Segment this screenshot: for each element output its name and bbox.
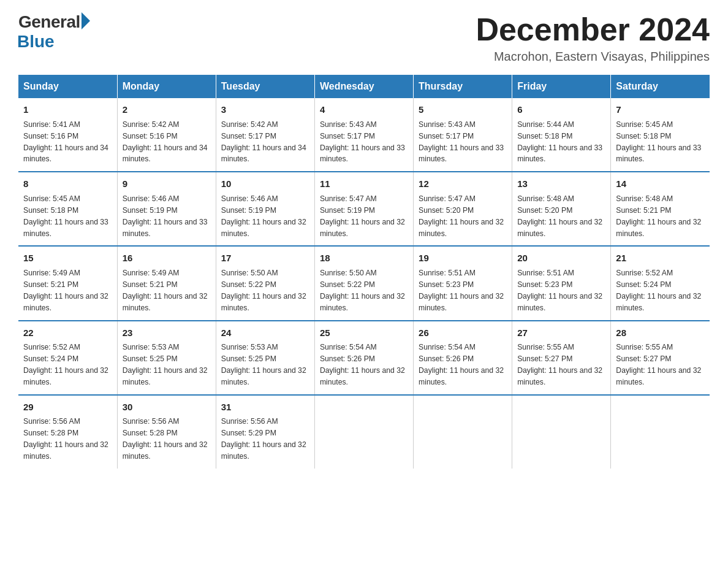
day-info: Sunrise: 5:52 AMSunset: 5:24 PMDaylight:… [616, 267, 705, 314]
day-number: 29 [23, 400, 112, 415]
logo-arrow-icon [82, 12, 90, 29]
day-number: 21 [616, 251, 705, 266]
day-info: Sunrise: 5:45 AMSunset: 5:18 PMDaylight:… [23, 193, 112, 240]
day-info: Sunrise: 5:45 AMSunset: 5:18 PMDaylight:… [616, 119, 705, 166]
day-cell: 23Sunrise: 5:53 AMSunset: 5:25 PMDayligh… [117, 321, 216, 395]
day-info: Sunrise: 5:46 AMSunset: 5:19 PMDaylight:… [221, 193, 309, 240]
day-cell: 16Sunrise: 5:49 AMSunset: 5:21 PMDayligh… [117, 246, 216, 320]
day-cell: 5Sunrise: 5:43 AMSunset: 5:17 PMDaylight… [414, 98, 512, 172]
day-number: 19 [419, 251, 507, 266]
day-number: 16 [123, 251, 211, 266]
day-cell: 28Sunrise: 5:55 AMSunset: 5:27 PMDayligh… [611, 321, 710, 395]
day-info: Sunrise: 5:41 AMSunset: 5:16 PMDaylight:… [23, 119, 112, 166]
day-number: 15 [23, 251, 112, 266]
day-number: 11 [320, 177, 408, 191]
day-cell: 14Sunrise: 5:48 AMSunset: 5:21 PMDayligh… [611, 172, 710, 246]
day-cell: 6Sunrise: 5:44 AMSunset: 5:18 PMDaylight… [512, 98, 611, 172]
logo: General Blue [18, 12, 90, 52]
day-info: Sunrise: 5:54 AMSunset: 5:26 PMDaylight:… [419, 342, 507, 388]
day-info: Sunrise: 5:52 AMSunset: 5:24 PMDaylight:… [23, 342, 112, 388]
day-number: 26 [419, 326, 507, 340]
location-text: Macrohon, Eastern Visayas, Philippines [476, 50, 710, 64]
day-cell: 11Sunrise: 5:47 AMSunset: 5:19 PMDayligh… [314, 172, 413, 246]
day-info: Sunrise: 5:49 AMSunset: 5:21 PMDaylight:… [123, 267, 211, 314]
day-cell: 29Sunrise: 5:56 AMSunset: 5:28 PMDayligh… [18, 395, 117, 469]
day-number: 24 [221, 326, 309, 340]
day-number: 8 [23, 177, 112, 191]
day-cell: 1Sunrise: 5:41 AMSunset: 5:16 PMDaylight… [18, 98, 117, 172]
day-number: 30 [123, 400, 211, 415]
week-row-5: 29Sunrise: 5:56 AMSunset: 5:28 PMDayligh… [18, 395, 710, 469]
day-info: Sunrise: 5:55 AMSunset: 5:27 PMDaylight:… [517, 342, 605, 388]
day-cell: 8Sunrise: 5:45 AMSunset: 5:18 PMDaylight… [18, 172, 117, 246]
day-cell: 17Sunrise: 5:50 AMSunset: 5:22 PMDayligh… [216, 246, 314, 320]
day-cell: 3Sunrise: 5:42 AMSunset: 5:17 PMDaylight… [216, 98, 314, 172]
day-info: Sunrise: 5:50 AMSunset: 5:22 PMDaylight:… [320, 267, 408, 314]
day-info: Sunrise: 5:56 AMSunset: 5:29 PMDaylight:… [221, 416, 309, 462]
title-section: December 2024 Macrohon, Eastern Visayas,… [476, 12, 710, 64]
weekday-header-saturday: Saturday [611, 75, 710, 98]
day-cell [314, 395, 413, 469]
day-info: Sunrise: 5:42 AMSunset: 5:17 PMDaylight:… [221, 119, 309, 166]
day-info: Sunrise: 5:43 AMSunset: 5:17 PMDaylight:… [320, 119, 408, 166]
day-info: Sunrise: 5:47 AMSunset: 5:20 PMDaylight:… [419, 193, 507, 240]
weekday-header-wednesday: Wednesday [314, 75, 413, 98]
day-info: Sunrise: 5:50 AMSunset: 5:22 PMDaylight:… [221, 267, 309, 314]
week-row-2: 8Sunrise: 5:45 AMSunset: 5:18 PMDaylight… [18, 172, 710, 246]
day-number: 18 [320, 251, 408, 266]
day-info: Sunrise: 5:53 AMSunset: 5:25 PMDaylight:… [221, 342, 309, 388]
day-info: Sunrise: 5:53 AMSunset: 5:25 PMDaylight:… [123, 342, 211, 388]
calendar-table: SundayMondayTuesdayWednesdayThursdayFrid… [18, 75, 710, 469]
day-number: 28 [616, 326, 705, 340]
day-cell: 19Sunrise: 5:51 AMSunset: 5:23 PMDayligh… [414, 246, 512, 320]
day-cell: 27Sunrise: 5:55 AMSunset: 5:27 PMDayligh… [512, 321, 611, 395]
week-row-1: 1Sunrise: 5:41 AMSunset: 5:16 PMDaylight… [18, 98, 710, 172]
logo-general-text: General [18, 12, 80, 32]
day-info: Sunrise: 5:56 AMSunset: 5:28 PMDaylight:… [123, 416, 211, 462]
day-cell: 21Sunrise: 5:52 AMSunset: 5:24 PMDayligh… [611, 246, 710, 320]
day-cell: 24Sunrise: 5:53 AMSunset: 5:25 PMDayligh… [216, 321, 314, 395]
day-cell: 22Sunrise: 5:52 AMSunset: 5:24 PMDayligh… [18, 321, 117, 395]
day-info: Sunrise: 5:54 AMSunset: 5:26 PMDaylight:… [320, 342, 408, 388]
day-number: 6 [517, 103, 605, 117]
day-number: 2 [123, 103, 211, 117]
day-cell: 26Sunrise: 5:54 AMSunset: 5:26 PMDayligh… [414, 321, 512, 395]
page-header: General Blue December 2024 Macrohon, Eas… [18, 12, 710, 64]
day-number: 7 [616, 103, 705, 117]
day-cell: 4Sunrise: 5:43 AMSunset: 5:17 PMDaylight… [314, 98, 413, 172]
weekday-header-tuesday: Tuesday [216, 75, 314, 98]
day-number: 27 [517, 326, 605, 340]
day-cell: 2Sunrise: 5:42 AMSunset: 5:16 PMDaylight… [117, 98, 216, 172]
day-info: Sunrise: 5:49 AMSunset: 5:21 PMDaylight:… [23, 267, 112, 314]
day-number: 12 [419, 177, 507, 191]
day-cell: 20Sunrise: 5:51 AMSunset: 5:23 PMDayligh… [512, 246, 611, 320]
day-info: Sunrise: 5:47 AMSunset: 5:19 PMDaylight:… [320, 193, 408, 240]
day-number: 9 [123, 177, 211, 191]
day-info: Sunrise: 5:46 AMSunset: 5:19 PMDaylight:… [123, 193, 211, 240]
day-number: 14 [616, 177, 705, 191]
day-info: Sunrise: 5:56 AMSunset: 5:28 PMDaylight:… [23, 416, 112, 462]
day-info: Sunrise: 5:48 AMSunset: 5:21 PMDaylight:… [616, 193, 705, 240]
day-info: Sunrise: 5:44 AMSunset: 5:18 PMDaylight:… [517, 119, 605, 166]
day-cell: 31Sunrise: 5:56 AMSunset: 5:29 PMDayligh… [216, 395, 314, 469]
day-cell: 18Sunrise: 5:50 AMSunset: 5:22 PMDayligh… [314, 246, 413, 320]
day-info: Sunrise: 5:48 AMSunset: 5:20 PMDaylight:… [517, 193, 605, 240]
month-year-title: December 2024 [476, 12, 710, 47]
day-info: Sunrise: 5:51 AMSunset: 5:23 PMDaylight:… [517, 267, 605, 314]
week-row-3: 15Sunrise: 5:49 AMSunset: 5:21 PMDayligh… [18, 246, 710, 320]
day-cell: 7Sunrise: 5:45 AMSunset: 5:18 PMDaylight… [611, 98, 710, 172]
day-number: 10 [221, 177, 309, 191]
day-cell [512, 395, 611, 469]
week-row-4: 22Sunrise: 5:52 AMSunset: 5:24 PMDayligh… [18, 321, 710, 395]
day-cell: 25Sunrise: 5:54 AMSunset: 5:26 PMDayligh… [314, 321, 413, 395]
weekday-header-friday: Friday [512, 75, 611, 98]
day-cell: 12Sunrise: 5:47 AMSunset: 5:20 PMDayligh… [414, 172, 512, 246]
day-number: 4 [320, 103, 408, 117]
day-cell [611, 395, 710, 469]
logo-blue-text: Blue [17, 32, 55, 52]
day-number: 31 [221, 400, 309, 415]
weekday-header-sunday: Sunday [18, 75, 117, 98]
day-info: Sunrise: 5:55 AMSunset: 5:27 PMDaylight:… [616, 342, 705, 388]
day-number: 1 [23, 103, 112, 117]
day-cell: 13Sunrise: 5:48 AMSunset: 5:20 PMDayligh… [512, 172, 611, 246]
